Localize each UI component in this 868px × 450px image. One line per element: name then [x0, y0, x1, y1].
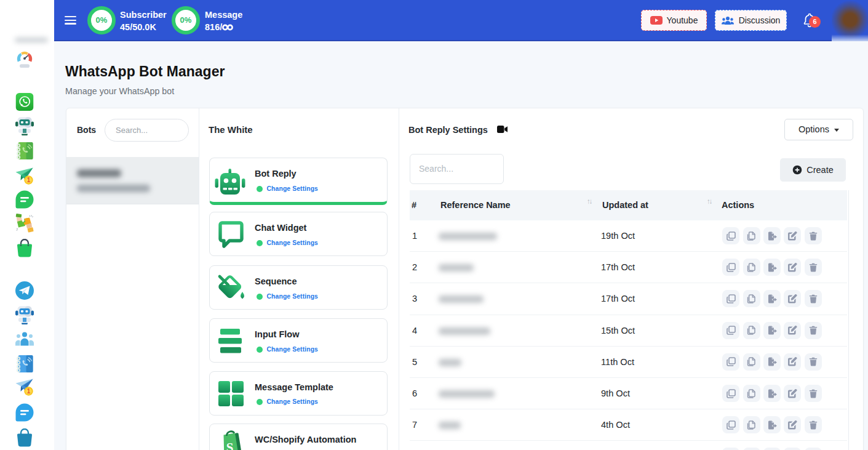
svg-text:1: 1 [27, 388, 31, 395]
svg-text:1: 1 [27, 177, 31, 183]
svg-text:S: S [226, 440, 234, 450]
